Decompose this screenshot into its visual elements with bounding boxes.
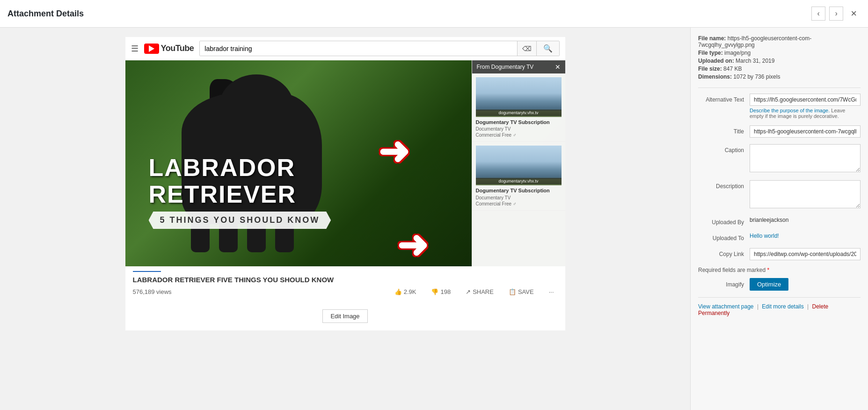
caption-input[interactable] [750, 144, 861, 172]
youtube-container: ☰ YouTube ⌫ 🔍 [125, 37, 565, 330]
modal-header: Attachment Details ‹ › × [0, 0, 868, 28]
search-button[interactable]: 🔍 [536, 41, 559, 56]
copy-link-row: Copy Link [698, 248, 861, 260]
red-arrow-2: ➜ [397, 227, 428, 264]
copy-link-field [750, 248, 861, 260]
suggested-title-2: Dogumentary TV Subscription [476, 187, 562, 194]
description-label: Description [698, 180, 750, 190]
search-clear-button[interactable]: ⌫ [517, 41, 536, 56]
suggested-site-2: dogumentarytv.vhx.tv [476, 178, 562, 184]
title-label: Title [698, 125, 750, 135]
file-info-section: File name: https-lh5-googleusercontent-c… [698, 35, 861, 80]
video-thumbnail: ➜ ➜ LABRADOR RETRIEVER 5 THINGS YOU SHOU… [125, 60, 565, 266]
modal-body: ☰ YouTube ⌫ 🔍 [0, 28, 868, 410]
separator-line [133, 271, 161, 272]
video-subtitle-text: 5 THINGS YOU SHOULD KNOW [160, 215, 320, 225]
left-panel: ☰ YouTube ⌫ 🔍 [0, 28, 690, 410]
video-info-bar: LABRADOR RETRIEVER FIVE THINGS YOU SHOUL… [125, 266, 565, 302]
uploaded-on-row: Uploaded on: March 31, 2019 [698, 58, 861, 64]
uploaded-to-label: Uploaded To [698, 232, 750, 242]
more-button[interactable]: ··· [545, 286, 558, 297]
caption-label: Caption [698, 144, 750, 154]
youtube-logo-icon [144, 44, 159, 54]
youtube-topbar: ☰ YouTube ⌫ 🔍 [125, 37, 565, 60]
dimensions-label: Dimensions: [698, 73, 732, 80]
suggested-panel: From Dogumentary TV ✕ dogumentarytv.vhx.… [472, 60, 565, 266]
modal-overlay: Attachment Details ‹ › × ☰ YouTube [0, 0, 868, 410]
edit-details-link[interactable]: Edit more details [762, 303, 803, 310]
title-row: Title [698, 125, 861, 138]
alt-text-label: Alternative Text [698, 94, 750, 103]
suggested-item-2[interactable]: dogumentarytv.vhx.tv Dogumentary TV Subs… [472, 142, 565, 210]
save-button[interactable]: 📋 SAVE [505, 286, 538, 297]
uploaded-by-label: Uploaded By [698, 216, 750, 226]
view-count: 576,189 views [133, 288, 172, 295]
dimensions-value: 1072 by 736 pixels [733, 73, 780, 80]
thumbs-up-icon: 👍 [394, 288, 402, 295]
edit-image-button[interactable]: Edit Image [322, 309, 367, 323]
video-main-title: LABRADOR RETRIEVER [149, 154, 425, 208]
suggested-sub1-1: Documentary TV [476, 126, 562, 132]
thumbs-down-icon: 👎 [431, 288, 438, 295]
right-panel: File name: https-lh5-googleusercontent-c… [690, 28, 868, 410]
file-name-row: File name: https-lh5-googleusercontent-c… [698, 35, 861, 48]
suggested-header: From Dogumentary TV ✕ [472, 60, 565, 73]
alt-text-field: Describe the purpose of the image. Leave… [750, 94, 861, 119]
hamburger-icon[interactable]: ☰ [131, 44, 139, 54]
copy-link-label: Copy Link [698, 248, 750, 257]
imagify-row: Imagify Optimize [698, 278, 861, 291]
alt-text-row: Alternative Text Describe the purpose of… [698, 94, 861, 119]
like-button[interactable]: 👍 2.9K [391, 286, 420, 297]
view-attachment-link[interactable]: View attachment page [698, 303, 754, 310]
suggested-sub2-1: Commercial Free ♂ [476, 132, 562, 138]
separator-1: | [757, 303, 760, 310]
caption-field [750, 144, 861, 174]
like-count: 2.9K [404, 288, 416, 295]
separator-2: | [807, 303, 810, 310]
suggested-thumb-2: dogumentarytv.vhx.tv [476, 146, 562, 185]
title-input[interactable] [750, 125, 861, 138]
file-name-label: File name: [698, 35, 726, 42]
form-divider [698, 88, 861, 88]
description-field [750, 180, 861, 210]
dislike-count: 198 [440, 288, 451, 295]
share-button[interactable]: ↗ SHARE [462, 286, 497, 297]
video-meta: 576,189 views 👍 2.9K 👎 198 [133, 286, 558, 297]
uploaded-to-link[interactable]: Hello world! [750, 233, 779, 239]
suggested-site-1: dogumentarytv.vhx.tv [476, 110, 562, 116]
save-icon: 📋 [509, 288, 516, 295]
suggested-item-1[interactable]: dogumentarytv.vhx.tv Dogumentary TV Subs… [472, 73, 565, 142]
youtube-logo: YouTube [144, 44, 194, 54]
optimize-button[interactable]: Optimize [750, 278, 788, 291]
video-title: LABRADOR RETRIEVER FIVE THINGS YOU SHOUL… [133, 276, 558, 284]
footer-links: View attachment page | Edit more details… [698, 303, 861, 316]
suggested-sub2-2: Commercial Free ♂ [476, 201, 562, 206]
uploaded-to-row: Uploaded To Hello world! [698, 232, 861, 242]
close-button[interactable]: × [847, 6, 861, 22]
share-label: SHARE [473, 288, 494, 295]
alt-text-hint-link[interactable]: Describe the purpose of the image. [750, 108, 830, 113]
dimensions-row: Dimensions: 1072 by 736 pixels [698, 73, 861, 80]
video-subtitle-banner: 5 THINGS YOU SHOULD KNOW [149, 212, 331, 229]
search-input[interactable] [200, 41, 517, 56]
description-input[interactable] [750, 180, 861, 208]
copy-link-input[interactable] [750, 248, 861, 260]
next-button[interactable]: › [829, 7, 843, 21]
title-field [750, 125, 861, 138]
prev-button[interactable]: ‹ [811, 7, 825, 21]
save-label: SAVE [518, 288, 534, 295]
uploaded-to-field: Hello world! [750, 232, 861, 239]
uploaded-by-value: brianleejackson [750, 214, 788, 223]
file-type-row: File type: image/png [698, 50, 861, 56]
dislike-button[interactable]: 👎 198 [427, 286, 454, 297]
file-type-label: File type: [698, 50, 723, 56]
file-size-row: File size: 847 KB [698, 66, 861, 72]
suggested-title-1: Dogumentary TV Subscription [476, 119, 562, 125]
suggested-thumb-1: dogumentarytv.vhx.tv [476, 77, 562, 117]
suggested-header-text: From Dogumentary TV [477, 64, 534, 70]
suggested-close-icon[interactable]: ✕ [555, 63, 561, 71]
video-actions: 👍 2.9K 👎 198 ↗ SHARE [391, 286, 558, 297]
youtube-logo-text: YouTube [161, 44, 194, 53]
caption-row: Caption [698, 144, 861, 174]
alt-text-input[interactable] [750, 94, 861, 106]
